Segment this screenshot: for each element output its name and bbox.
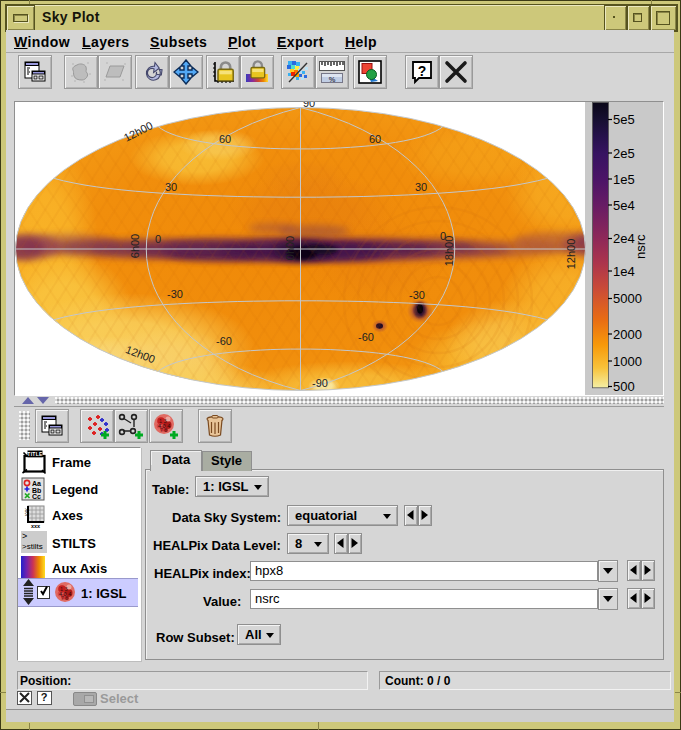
- svg-text:60: 60: [369, 133, 381, 145]
- svg-text:-30: -30: [409, 289, 425, 301]
- svg-text:5000: 5000: [613, 291, 642, 306]
- svg-text:30: 30: [165, 181, 177, 193]
- svg-text:>stilts: >stilts: [22, 542, 43, 551]
- svg-text:-60: -60: [216, 335, 232, 347]
- svg-text:1e4: 1e4: [613, 264, 635, 279]
- svg-text:7 8: 7 8: [61, 595, 68, 601]
- svg-text:>: >: [22, 531, 27, 541]
- svg-text:60: 60: [219, 133, 231, 145]
- svg-text:7 8: 7 8: [160, 427, 167, 433]
- svg-text:Cc: Cc: [32, 493, 41, 500]
- svg-text:0h00: 0h00: [284, 236, 296, 260]
- svg-text:12h00: 12h00: [565, 239, 577, 270]
- svg-text:1000: 1000: [613, 354, 642, 369]
- svg-text:-60: -60: [358, 331, 374, 343]
- svg-text:5e4: 5e4: [613, 198, 635, 213]
- svg-text:1e5: 1e5: [613, 172, 635, 187]
- svg-text:?: ?: [418, 63, 427, 79]
- svg-text:0: 0: [155, 233, 161, 245]
- svg-text:500: 500: [613, 379, 635, 394]
- svg-text:-90: -90: [312, 377, 328, 389]
- svg-text:-30: -30: [167, 288, 183, 300]
- svg-text:%: %: [329, 75, 336, 84]
- svg-text:xxx: xxx: [31, 523, 41, 529]
- svg-text:90: 90: [303, 101, 315, 109]
- svg-text:2e4: 2e4: [613, 231, 635, 246]
- svg-text:nsrc: nsrc: [633, 234, 648, 259]
- svg-text:6h00: 6h00: [129, 234, 141, 258]
- svg-text:2000: 2000: [613, 327, 642, 342]
- svg-text:18h00: 18h00: [443, 236, 455, 267]
- svg-text:5e5: 5e5: [613, 112, 635, 127]
- svg-text:30: 30: [415, 181, 427, 193]
- svg-text:yyy: yyy: [23, 508, 29, 516]
- svg-text:2e5: 2e5: [613, 146, 635, 161]
- svg-text:TITLE: TITLE: [27, 451, 43, 457]
